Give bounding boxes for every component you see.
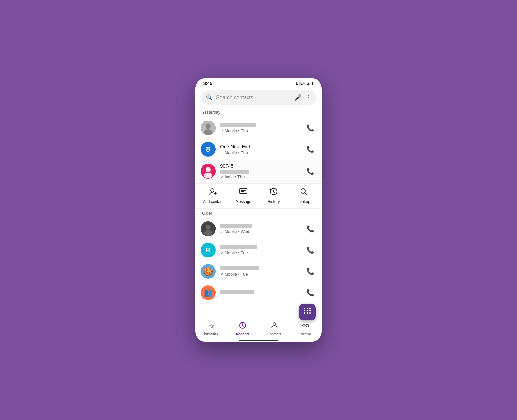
avatar: 8 bbox=[201, 142, 216, 157]
status-icons: LTE+ ▲ ▮ bbox=[296, 81, 314, 86]
search-bar[interactable]: 🔍 Search contacts 🎤 ⋮ bbox=[201, 90, 316, 105]
svg-point-20 bbox=[304, 308, 305, 309]
contact-info bbox=[220, 290, 300, 296]
search-input[interactable]: Search contacts bbox=[216, 95, 291, 100]
favorites-icon: ☆ bbox=[208, 322, 215, 331]
add-contact-button[interactable]: Add contact bbox=[202, 187, 225, 204]
voicemail-icon bbox=[302, 321, 310, 331]
avatar: R bbox=[201, 243, 216, 257]
avatar: 👥 bbox=[201, 285, 216, 300]
contact-info: ↗ Mobile • Tue bbox=[220, 245, 300, 255]
svg-point-18 bbox=[206, 225, 211, 230]
status-time: 8:45 bbox=[203, 81, 212, 86]
call-direction-icon: ↗ bbox=[220, 272, 224, 277]
nav-contacts[interactable]: Contacts bbox=[263, 321, 286, 336]
contacts-icon bbox=[270, 321, 278, 331]
contact-detail: ↗ Mobile • Thu bbox=[220, 128, 300, 133]
avatar bbox=[201, 121, 216, 135]
contact-info: ↗ Mobile • Tue bbox=[220, 266, 300, 277]
contacts-label: Contacts bbox=[267, 332, 281, 336]
contact-info: ↗ Mobile • Thu bbox=[220, 123, 300, 133]
contact-detail: ↗ India • Thu bbox=[220, 174, 300, 179]
contact-detail: ↙ Mobile • Wed bbox=[220, 229, 300, 234]
add-contact-label: Add contact bbox=[203, 199, 223, 204]
contact-detail: ↗ Mobile • Tue bbox=[220, 272, 300, 277]
svg-point-26 bbox=[304, 312, 305, 314]
svg-point-19 bbox=[204, 230, 212, 236]
svg-point-30 bbox=[273, 323, 276, 325]
svg-point-15 bbox=[303, 190, 303, 190]
scroll-area: Yesterday ↗ Mobile • Thu 📞 8 bbox=[195, 109, 322, 318]
contact-name-blurred bbox=[220, 123, 256, 127]
home-indicator bbox=[239, 340, 278, 341]
contact-row[interactable]: 90745 ↗ India • Thu 📞 bbox=[195, 160, 322, 183]
svg-point-4 bbox=[206, 167, 211, 172]
quick-actions-bar: Add contact Message bbox=[195, 183, 322, 209]
microphone-icon[interactable]: 🎤 bbox=[294, 94, 301, 101]
lte-icon: LTE+ bbox=[296, 81, 305, 86]
avatar: 🍪 bbox=[201, 264, 216, 279]
contact-name-blurred bbox=[220, 266, 259, 270]
avatar bbox=[201, 221, 216, 236]
contact-row[interactable]: 🍪 ↗ Mobile • Tue 📞 bbox=[195, 261, 322, 282]
call-direction-icon: ↗ bbox=[220, 128, 224, 133]
lookup-button[interactable]: Lookup bbox=[292, 187, 315, 204]
contact-name: One Nine Eight bbox=[220, 144, 300, 149]
svg-point-31 bbox=[303, 324, 305, 327]
svg-point-28 bbox=[309, 312, 311, 314]
contact-name: 90745 bbox=[220, 163, 300, 169]
lookup-icon bbox=[300, 187, 308, 198]
history-label: History bbox=[268, 199, 280, 204]
call-button[interactable]: 📞 bbox=[304, 143, 316, 155]
recents-label: Recents bbox=[236, 332, 250, 336]
call-direction-icon: ↗ bbox=[220, 250, 224, 255]
voicemail-label: Voicemail bbox=[298, 332, 313, 336]
call-button[interactable]: 📞 bbox=[304, 165, 316, 177]
contact-number-blurred bbox=[220, 170, 249, 174]
svg-point-1 bbox=[206, 124, 211, 129]
svg-rect-9 bbox=[240, 188, 247, 194]
contact-row[interactable]: R ↗ Mobile • Tue 📞 bbox=[195, 239, 322, 261]
nav-recents[interactable]: Recents bbox=[231, 321, 254, 336]
battery-icon: ▮ bbox=[311, 81, 314, 86]
dialpad-icon bbox=[303, 307, 311, 317]
history-button[interactable]: History bbox=[262, 187, 285, 204]
svg-point-22 bbox=[309, 308, 311, 309]
contact-name-blurred bbox=[220, 290, 254, 294]
add-contact-icon bbox=[209, 187, 217, 198]
contact-row[interactable]: 👥 📞 bbox=[195, 282, 322, 303]
svg-point-27 bbox=[307, 312, 308, 314]
svg-point-5 bbox=[204, 173, 212, 178]
call-button[interactable]: 📞 bbox=[304, 266, 316, 277]
svg-point-2 bbox=[204, 129, 212, 135]
svg-point-23 bbox=[304, 310, 305, 311]
svg-point-21 bbox=[307, 308, 308, 309]
svg-point-6 bbox=[211, 189, 214, 192]
call-button[interactable]: 📞 bbox=[304, 223, 316, 235]
contact-detail: ↗ Mobile • Tue bbox=[220, 250, 300, 255]
search-icon: 🔍 bbox=[206, 94, 213, 101]
nav-favorites[interactable]: ☆ Favorites bbox=[200, 322, 223, 335]
contact-row[interactable]: ↗ Mobile • Thu 📞 bbox=[195, 117, 322, 139]
call-button[interactable]: 📞 bbox=[304, 122, 316, 134]
lookup-label: Lookup bbox=[298, 199, 310, 204]
contact-row[interactable]: ↙ Mobile • Wed 📞 bbox=[195, 218, 322, 239]
favorites-label: Favorites bbox=[204, 331, 218, 335]
call-button[interactable]: 📞 bbox=[304, 287, 316, 299]
more-options-icon[interactable]: ⋮ bbox=[305, 94, 311, 101]
message-button[interactable]: Message bbox=[232, 187, 255, 204]
recents-icon bbox=[239, 321, 247, 331]
dialpad-fab[interactable] bbox=[299, 304, 316, 320]
section-label-older: Older bbox=[195, 209, 322, 218]
phone-frame: 8:45 LTE+ ▲ ▮ 🔍 Search contacts 🎤 ⋮ Yest… bbox=[195, 78, 322, 342]
svg-point-25 bbox=[309, 310, 311, 311]
status-bar: 8:45 LTE+ ▲ ▮ bbox=[195, 78, 322, 88]
svg-point-32 bbox=[306, 324, 309, 327]
contact-name-blurred bbox=[220, 224, 252, 228]
svg-point-24 bbox=[307, 310, 308, 311]
nav-voicemail[interactable]: Voicemail bbox=[294, 321, 317, 336]
contact-row[interactable]: 8 One Nine Eight ↗ Mobile • Thu 📞 bbox=[195, 139, 322, 160]
contact-info: One Nine Eight ↗ Mobile • Thu bbox=[220, 144, 300, 155]
contact-detail: ↗ Mobile • Thu bbox=[220, 150, 300, 155]
call-button[interactable]: 📞 bbox=[304, 244, 316, 256]
